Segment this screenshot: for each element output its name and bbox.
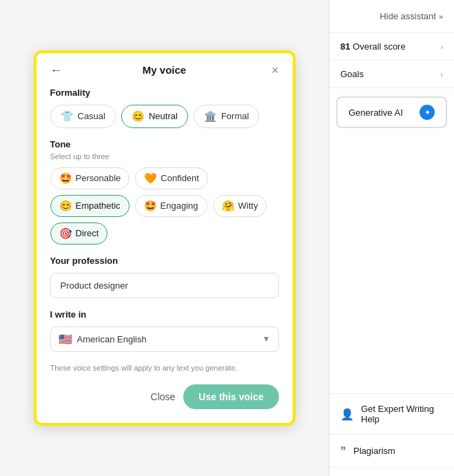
formality-section: Formality 👕 Casual 😊 Neutral 🏛️ Formal xyxy=(50,87,279,128)
personable-label: Personable xyxy=(76,173,121,183)
modal-body: Formality 👕 Casual 😊 Neutral 🏛️ Formal xyxy=(37,85,293,423)
language-select-wrapper: 🇺🇸 American English British English Aust… xyxy=(50,327,279,352)
plagiarism-icon: ❞ xyxy=(340,444,347,457)
tone-engaging[interactable]: 🤩 Engaging xyxy=(135,195,207,217)
tone-confident[interactable]: 🧡 Confident xyxy=(135,167,208,189)
neutral-icon: 😊 xyxy=(132,110,145,123)
generative-ai-icon: ✦ xyxy=(424,108,431,117)
tone-empathetic[interactable]: 😊 Empathetic xyxy=(50,195,130,217)
tone-personable[interactable]: 🤩 Personable xyxy=(50,167,130,189)
tone-sublabel: Select up to three xyxy=(50,152,279,161)
generative-ai-row[interactable]: Generative AI ✦ xyxy=(336,96,447,128)
tone-chips: 🤩 Personable 🧡 Confident 😊 Empathetic 🤩 … xyxy=(50,167,279,245)
tone-witty[interactable]: 🤗 Witty xyxy=(213,195,267,217)
sidebar-bottom: 👤 Get Expert Writing Help ❞ Plagiarism xyxy=(329,393,454,476)
action-row: Close Use this voice xyxy=(50,384,279,409)
expert-help-label: Get Expert Writing Help xyxy=(361,404,443,424)
profession-label: Your profession xyxy=(50,256,279,266)
sidebar-top: Hide assistant » xyxy=(329,0,454,32)
main-area: ← My voice × Formality 👕 Casual 😊 Neutra… xyxy=(0,0,329,476)
tone-direct[interactable]: 🎯 Direct xyxy=(50,223,108,245)
score-value: 81 xyxy=(340,41,350,52)
use-voice-button[interactable]: Use this voice xyxy=(183,384,278,409)
formality-formal[interactable]: 🏛️ Formal xyxy=(194,105,259,128)
modal-title: My voice xyxy=(143,64,186,76)
score-text: 81 Overall score xyxy=(340,41,406,52)
formality-neutral[interactable]: 😊 Neutral xyxy=(121,105,188,128)
generative-ai-label: Generative AI xyxy=(349,107,403,118)
profession-section: Your profession xyxy=(50,256,279,298)
language-label: I write in xyxy=(50,309,279,320)
close-button[interactable]: Close xyxy=(151,391,176,402)
empathetic-icon: 😊 xyxy=(59,200,72,212)
formality-options: 👕 Casual 😊 Neutral 🏛️ Formal xyxy=(50,105,279,128)
direct-label: Direct xyxy=(76,228,99,238)
casual-icon: 👕 xyxy=(61,110,74,123)
modal-header: ← My voice × xyxy=(37,53,293,85)
formal-icon: 🏛️ xyxy=(204,110,217,123)
score-row[interactable]: 81 Overall score › xyxy=(329,32,454,61)
goals-row[interactable]: Goals › xyxy=(329,61,454,88)
language-section: I write in 🇺🇸 American English British E… xyxy=(50,309,279,352)
witty-label: Witty xyxy=(238,200,258,211)
profession-input[interactable] xyxy=(50,273,279,298)
neutral-label: Neutral xyxy=(149,111,178,121)
generative-ai-badge: ✦ xyxy=(420,105,435,120)
back-button[interactable]: ← xyxy=(50,64,63,76)
formal-label: Formal xyxy=(221,111,249,121)
goals-chevron-icon: › xyxy=(440,70,443,79)
personable-icon: 🤩 xyxy=(59,172,72,185)
formality-label: Formality xyxy=(50,87,279,98)
hide-assistant-row[interactable]: Hide assistant » xyxy=(340,11,443,21)
expert-help-icon: 👤 xyxy=(340,408,354,421)
engaging-icon: 🤩 xyxy=(144,200,157,212)
tone-label: Tone xyxy=(50,139,279,149)
tone-section: Tone Select up to three 🤩 Personable 🧡 C… xyxy=(50,139,279,245)
engaging-label: Engaging xyxy=(161,200,198,211)
expert-help-link[interactable]: 👤 Get Expert Writing Help xyxy=(329,394,454,435)
confident-label: Confident xyxy=(161,173,199,183)
empathetic-label: Empathetic xyxy=(76,200,121,211)
footer-note: These voice settings will apply to any t… xyxy=(50,363,279,373)
casual-label: Casual xyxy=(78,111,105,121)
sidebar: Hide assistant » 81 Overall score › Goal… xyxy=(329,0,454,476)
witty-icon: 🤗 xyxy=(222,200,235,212)
modal-close-button[interactable]: × xyxy=(271,64,279,76)
voice-modal: ← My voice × Formality 👕 Casual 😊 Neutra… xyxy=(34,50,296,426)
plagiarism-link[interactable]: ❞ Plagiarism xyxy=(329,435,454,468)
goals-label: Goals xyxy=(340,69,364,79)
formality-casual[interactable]: 👕 Casual xyxy=(50,105,116,128)
direct-icon: 🎯 xyxy=(59,227,72,240)
plagiarism-label: Plagiarism xyxy=(353,446,395,456)
hide-assistant-label: Hide assistant xyxy=(380,11,436,21)
score-label: Overall score xyxy=(353,41,406,52)
language-select[interactable]: American English British English Austral… xyxy=(50,327,279,352)
score-chevron-icon: › xyxy=(440,43,443,51)
confident-icon: 🧡 xyxy=(144,172,157,185)
hide-assistant-chevron-icon: » xyxy=(439,12,443,21)
